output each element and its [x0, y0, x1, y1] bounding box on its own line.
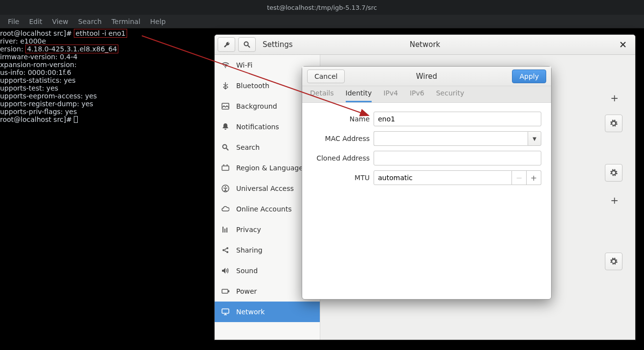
svg-point-2 [225, 67, 226, 68]
svg-rect-6 [222, 166, 229, 170]
background-icon [222, 102, 229, 110]
svg-line-5 [226, 148, 228, 150]
terminal-cursor [74, 116, 78, 123]
speaker-icon [222, 267, 229, 275]
wifi-icon [222, 61, 229, 69]
menu-edit[interactable]: Edit [24, 16, 47, 27]
sidebar-item-label: Bluetooth [236, 82, 269, 90]
sidebar-item-network[interactable]: Network [215, 302, 320, 322]
tab-identity[interactable]: Identity [346, 89, 372, 102]
globe-icon [222, 164, 229, 172]
cloned-label: Cloned Address [312, 154, 370, 162]
terminal-command-highlight: ethtool -i eno1 [74, 29, 127, 38]
terminal-menubar: File Edit View Search Terminal Help [0, 15, 644, 28]
sidebar-item-label: Region & Language [236, 164, 303, 172]
menu-terminal[interactable]: Terminal [107, 16, 145, 27]
dialog-headerbar: Cancel Wired Apply [302, 67, 551, 86]
window-title: test@localhost:/tmp/igb-5.13.7/src [267, 4, 377, 11]
dialog-tabs: Details Identity IPv4 IPv6 Security [302, 86, 551, 103]
cancel-button[interactable]: Cancel [307, 70, 345, 83]
add-connection-button[interactable]: + [610, 194, 619, 206]
close-icon [620, 41, 626, 48]
sidebar-item-label: Power [236, 287, 257, 295]
cloned-address-input[interactable] [374, 151, 541, 165]
sidebar-item-label: Search [236, 143, 260, 151]
sidebar-item-label: Network [236, 308, 265, 316]
mtu-increment[interactable]: + [527, 170, 541, 185]
gear-icon [610, 257, 618, 265]
cloud-icon [222, 205, 229, 213]
sidebar-item-label: Wi-Fi [236, 61, 252, 69]
tab-security[interactable]: Security [436, 89, 465, 102]
svg-point-10 [226, 247, 228, 249]
mtu-decrement[interactable]: − [512, 170, 527, 185]
sidebar-item-label: Sharing [236, 246, 263, 254]
search-icon [222, 143, 229, 151]
network-icon [222, 308, 229, 316]
svg-point-4 [223, 145, 227, 149]
svg-rect-13 [228, 290, 229, 292]
add-connection-button[interactable]: + [610, 92, 619, 104]
mtu-spinbutton[interactable]: automatic − + [374, 170, 541, 185]
menu-search[interactable]: Search [73, 16, 107, 27]
svg-point-11 [226, 251, 228, 253]
menu-help[interactable]: Help [145, 16, 171, 27]
chevron-down-icon[interactable]: ▼ [528, 131, 541, 146]
settings-close-button[interactable] [616, 37, 630, 52]
sidebar-item-label: Universal Access [236, 185, 294, 192]
sidebar-item-label: Privacy [236, 226, 261, 233]
settings-title: Settings [263, 40, 293, 49]
name-input[interactable] [374, 112, 541, 126]
gear-icon [610, 119, 618, 127]
svg-point-0 [244, 42, 248, 46]
svg-rect-12 [222, 289, 228, 293]
bluetooth-icon [222, 82, 229, 90]
mac-label: MAC Address [312, 135, 370, 142]
battery-icon [222, 287, 229, 295]
dialog-body: Name MAC Address ▼ Cloned Address MTU au… [302, 103, 551, 200]
svg-point-9 [222, 249, 224, 251]
sidebar-item-label: Online Accounts [236, 205, 291, 213]
mac-address-combo[interactable]: ▼ [374, 131, 541, 146]
privacy-icon [222, 226, 229, 233]
svg-point-8 [225, 186, 226, 187]
settings-headerbar: Settings Network [215, 35, 635, 55]
connection-settings-button[interactable] [605, 115, 622, 132]
terminal-prompt: root@localhost src]# [0, 29, 74, 37]
share-icon [222, 246, 229, 254]
svg-rect-14 [222, 309, 229, 313]
sidebar-item-label: Notifications [236, 123, 279, 131]
terminal-output-2: irmware-version: 0.4-4 xpansion-rom-vers… [0, 53, 97, 123]
window-titlebar: test@localhost:/tmp/igb-5.13.7/src [0, 0, 644, 15]
tab-details[interactable]: Details [310, 89, 334, 102]
connection-settings-button[interactable] [605, 164, 622, 182]
mtu-value[interactable]: automatic [374, 170, 512, 185]
tab-ipv6[interactable]: IPv6 [410, 89, 424, 102]
wrench-icon [222, 41, 230, 48]
menu-view[interactable]: View [47, 16, 73, 27]
sidebar-item-label: Sound [236, 267, 258, 275]
menu-file[interactable]: File [3, 16, 24, 27]
apply-button[interactable]: Apply [512, 70, 546, 83]
search-icon [243, 41, 251, 48]
bell-icon [222, 123, 229, 131]
terminal-version-highlight: 4.18.0-425.3.1.el8.x86_64 [25, 45, 118, 53]
sidebar-item-label: Background [236, 102, 277, 110]
accessibility-icon [222, 185, 229, 192]
connection-settings-button[interactable] [605, 253, 622, 270]
settings-search-button[interactable] [238, 37, 256, 52]
tab-ipv4[interactable]: IPv4 [383, 89, 398, 102]
gear-icon [610, 169, 618, 177]
settings-back-button[interactable] [218, 37, 235, 52]
name-label: Name [312, 115, 370, 123]
wired-connection-dialog: Cancel Wired Apply Details Identity IPv4… [302, 66, 552, 300]
mtu-label: MTU [312, 174, 370, 182]
svg-line-1 [248, 46, 250, 47]
